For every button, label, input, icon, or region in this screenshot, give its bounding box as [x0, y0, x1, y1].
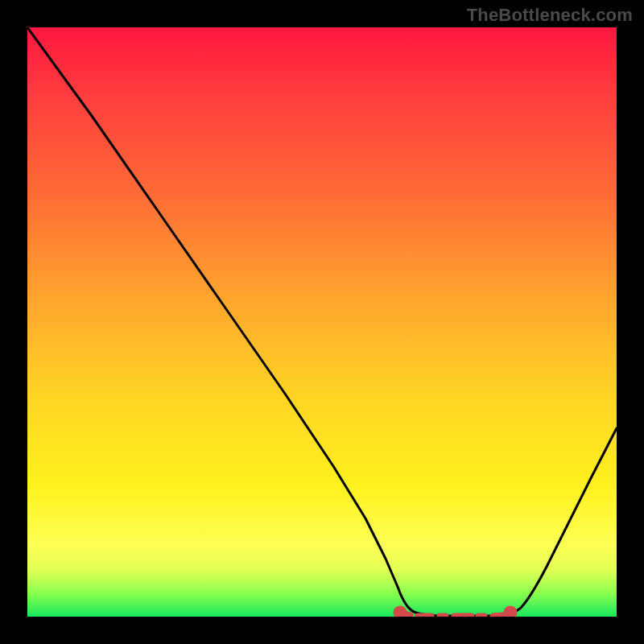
- svg-line-1: [400, 613, 411, 615]
- curve-overlay: [27, 27, 617, 617]
- bottleneck-curve: [27, 27, 617, 616]
- svg-line-6: [493, 615, 504, 616]
- chart-frame: TheBottleneck.com: [0, 0, 644, 644]
- svg-point-7: [506, 609, 514, 617]
- brand-watermark: TheBottleneck.com: [467, 5, 633, 26]
